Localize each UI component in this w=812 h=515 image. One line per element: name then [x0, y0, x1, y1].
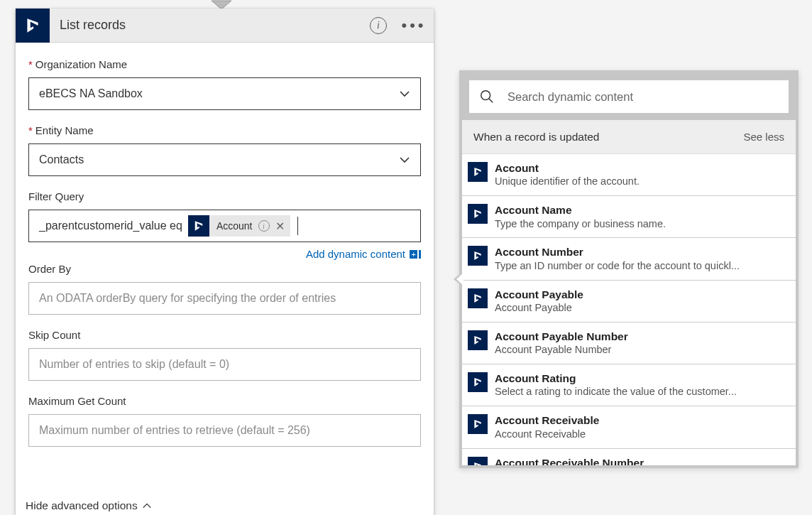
add-dynamic-content-link[interactable]: Add dynamic content [306, 248, 405, 260]
field-entity-name: * Entity Name Contacts [28, 124, 421, 176]
item-text: Account PayableAccount Payable [495, 288, 787, 315]
entity-select[interactable]: Contacts [28, 143, 421, 176]
required-marker: * [28, 124, 33, 136]
text-caret [297, 217, 298, 235]
dynamic-content-item[interactable]: Account PayableAccount Payable [462, 281, 796, 322]
org-value: eBECS NA Sandbox [39, 87, 143, 100]
field-skip-count: Skip Count Number of entries to skip (de… [28, 329, 421, 381]
dynamics-logo-icon [16, 9, 50, 43]
max-placeholder: Maximum number of entries to retrieve (d… [39, 424, 310, 437]
dynamics-logo-icon [468, 330, 488, 350]
info-icon[interactable]: i [370, 17, 387, 34]
dynamics-logo-icon [468, 288, 488, 308]
chevron-down-icon [399, 88, 410, 99]
card-header[interactable]: List records i ••• [16, 9, 434, 43]
dynamic-content-item[interactable]: Account NameType the company or business… [462, 196, 796, 238]
item-title: Account Rating [495, 372, 787, 385]
org-select[interactable]: eBECS NA Sandbox [28, 77, 421, 110]
item-desc: Account Payable Number [495, 343, 787, 357]
item-desc: Unique identifier of the account. [495, 175, 787, 188]
filter-input[interactable]: _parentcustomerid_value eq Account i ✕ [28, 210, 421, 242]
chevron-down-icon [399, 154, 410, 166]
chevron-up-icon [142, 501, 152, 511]
item-text: Account Receivable Number [495, 456, 787, 465]
item-title: Account Payable [495, 288, 787, 301]
item-desc: Account Receivable [495, 428, 787, 441]
required-marker: * [28, 58, 33, 70]
field-organization-name: * Organization Name eBECS NA Sandbox [28, 58, 421, 110]
close-icon[interactable]: ✕ [275, 219, 285, 233]
entity-label: * Entity Name [28, 124, 421, 136]
skip-label: Skip Count [28, 329, 421, 341]
item-text: Account NumberType an ID number or code … [495, 245, 787, 272]
orderby-label: Order By [28, 263, 421, 275]
item-desc: Type the company or business name. [495, 217, 787, 231]
filter-token-account[interactable]: Account i ✕ [188, 215, 290, 237]
section-title: When a record is updated [473, 131, 600, 143]
filter-text: _parentcustomerid_value eq [39, 219, 182, 232]
card-title: List records [50, 18, 370, 33]
orderby-placeholder: An ODATA orderBy query for specifying th… [39, 292, 336, 305]
item-title: Account Receivable [495, 413, 787, 427]
hide-advanced-options-link[interactable]: Hide advanced options [26, 499, 152, 512]
item-desc: Account Payable [495, 301, 787, 315]
dynamics-logo-icon [468, 414, 488, 434]
dynamics-logo-icon [468, 457, 488, 465]
panel-search-wrap [462, 73, 796, 120]
panel-nub-inner [456, 273, 463, 286]
item-desc: Select a rating to indicate the value of… [495, 385, 787, 399]
max-input[interactable]: Maximum number of entries to retrieve (d… [28, 414, 421, 447]
more-menu-icon[interactable]: ••• [400, 16, 428, 35]
field-order-by: Order By An ODATA orderBy query for spec… [28, 263, 421, 315]
item-title: Account [495, 161, 787, 175]
skip-input[interactable]: Number of entries to skip (default = 0) [28, 348, 421, 381]
entity-value: Contacts [39, 153, 84, 166]
item-text: Account Payable NumberAccount Payable Nu… [495, 330, 787, 357]
skip-placeholder: Number of entries to skip (default = 0) [39, 358, 229, 371]
dynamic-content-panel: When a record is updated See less Accoun… [459, 70, 799, 468]
panel-scroll-area: When a record is updated See less Accoun… [462, 120, 796, 465]
dynamic-content-icon[interactable]: + [410, 249, 421, 260]
dynamic-content-item[interactable]: Account Payable NumberAccount Payable Nu… [462, 322, 796, 364]
org-label-text: Organization Name [35, 58, 127, 70]
search-icon [479, 89, 495, 104]
card-body: * Organization Name eBECS NA Sandbox * E… [16, 43, 434, 447]
item-title: Account Receivable Number [495, 456, 787, 465]
svg-line-2 [489, 99, 493, 103]
org-label: * Organization Name [28, 58, 421, 70]
svg-point-1 [481, 91, 490, 100]
token-label: Account [216, 220, 253, 232]
field-max-count: Maximum Get Count Maximum number of entr… [28, 395, 421, 447]
panel-list: When a record is updated See less Accoun… [462, 120, 796, 465]
dynamics-logo-icon [188, 215, 209, 237]
item-title: Account Number [495, 245, 787, 259]
item-title: Account Payable Number [495, 330, 787, 343]
dynamics-logo-icon [468, 246, 488, 266]
item-text: Account NameType the company or business… [495, 203, 787, 230]
search-box[interactable] [469, 80, 789, 113]
filter-label: Filter Query [28, 190, 421, 202]
item-title: Account Name [495, 203, 787, 217]
item-text: AccountUnique identifier of the account. [495, 161, 787, 188]
dynamic-content-item[interactable]: Account NumberType an ID number or code … [462, 238, 796, 280]
max-label: Maximum Get Count [28, 395, 421, 407]
info-icon[interactable]: i [258, 220, 270, 232]
item-desc: Type an ID number or code for the accoun… [495, 259, 787, 273]
item-text: Account ReceivableAccount Receivable [495, 413, 787, 440]
search-input[interactable] [506, 90, 779, 104]
action-card-list-records: List records i ••• * Organization Name e… [16, 9, 434, 515]
dynamics-logo-icon [468, 162, 488, 182]
entity-label-text: Entity Name [35, 124, 94, 136]
dynamic-content-item[interactable]: Account ReceivableAccount Receivable [462, 406, 796, 448]
dynamic-content-item[interactable]: Account RatingSelect a rating to indicat… [462, 364, 796, 406]
hide-adv-label: Hide advanced options [26, 499, 138, 512]
see-less-link[interactable]: See less [743, 131, 784, 143]
orderby-input[interactable]: An ODATA orderBy query for specifying th… [28, 282, 421, 315]
field-filter-query: Filter Query _parentcustomerid_value eq … [28, 190, 421, 260]
item-text: Account RatingSelect a rating to indicat… [495, 372, 787, 399]
dynamic-content-item[interactable]: Account Receivable Number [462, 449, 796, 465]
panel-section-header: When a record is updated See less [462, 120, 796, 154]
dynamics-logo-icon [468, 204, 488, 224]
dynamics-logo-icon [468, 372, 488, 392]
dynamic-content-item[interactable]: AccountUnique identifier of the account. [462, 154, 796, 196]
